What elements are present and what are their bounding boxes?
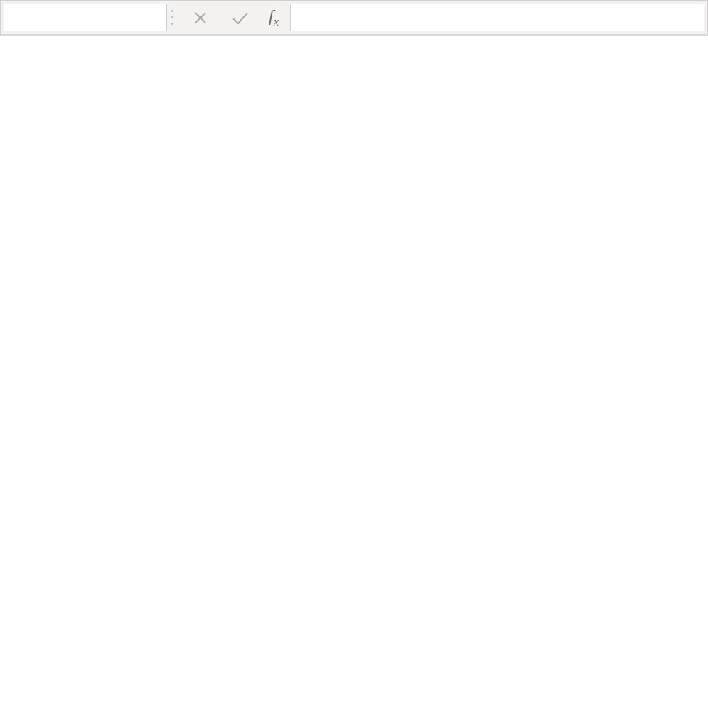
formula-bar: fx xyxy=(0,0,708,36)
cancel-icon xyxy=(189,6,212,29)
enter-icon xyxy=(229,6,252,29)
fx-icon[interactable]: fx xyxy=(269,6,279,29)
spreadsheet-grid[interactable] xyxy=(0,36,708,36)
formula-bar-buttons: fx xyxy=(170,1,290,34)
vertical-dots-icon xyxy=(171,8,173,28)
name-box-container xyxy=(4,4,167,31)
formula-input[interactable] xyxy=(290,4,704,31)
